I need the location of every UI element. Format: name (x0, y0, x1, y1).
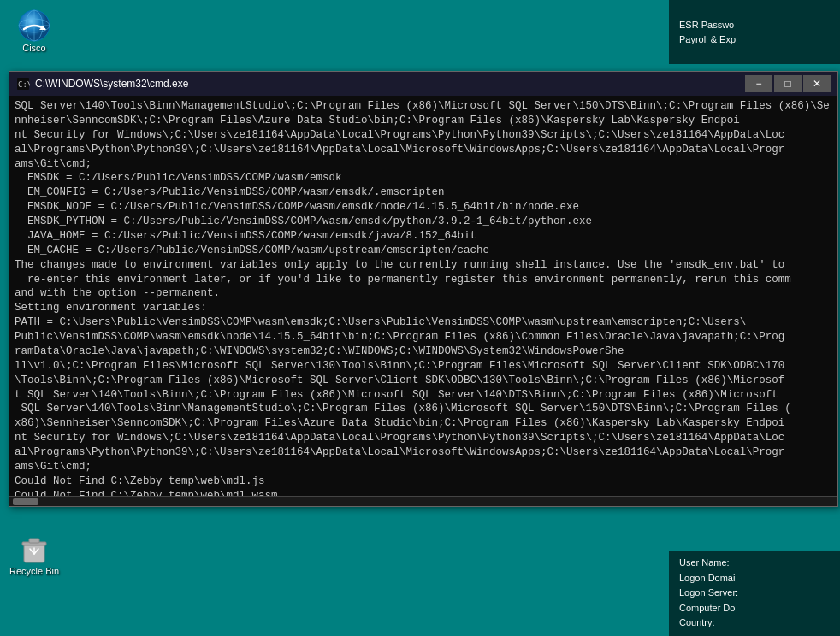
bottom-info-line2: Logon Domai (679, 571, 830, 586)
system-tray: ESR Passwo Payroll & Exp (669, 0, 840, 64)
tray-line1: ESR Passwo (679, 18, 830, 32)
cmd-body[interactable]: SQL Server\140\Tools\Binn\ManagementStud… (9, 96, 837, 496)
recycle-bin-icon-label: Recycle Bin (9, 566, 59, 576)
bottom-info-line3: Logon Server: (679, 586, 830, 601)
cisco-icon-label: Cisco (22, 43, 46, 53)
cmd-scrollbar[interactable] (9, 496, 837, 506)
tray-line2: Payroll & Exp (679, 32, 830, 47)
cmd-scroll-thumb (13, 498, 38, 505)
cmd-maximize-btn[interactable]: □ (774, 75, 802, 92)
cmd-titlebar-buttons: − □ ✕ (745, 75, 831, 92)
cmd-close-btn[interactable]: ✕ (803, 75, 831, 92)
cisco-desktop-icon[interactable]: Cisco (4, 9, 64, 53)
cmd-titlebar-left: C:\ C:\WINDOWS\system32\cmd.exe (16, 77, 188, 91)
recycle-bin-icon-img (17, 532, 51, 566)
cmd-icon: C:\ (16, 77, 30, 91)
svg-text:C:\: C:\ (18, 80, 30, 89)
svg-rect-11 (29, 539, 39, 543)
bottom-info-line1: User Name: (679, 556, 830, 571)
cmd-window: C:\ C:\WINDOWS\system32\cmd.exe − □ ✕ SQ… (9, 71, 838, 507)
recycle-bin-desktop-icon[interactable]: Recycle Bin (4, 532, 64, 576)
cmd-title-text: C:\WINDOWS\system32\cmd.exe (35, 78, 188, 90)
bottom-info-line4: Computer Do (679, 601, 830, 616)
cmd-minimize-btn[interactable]: − (745, 75, 772, 92)
bottom-info-line5: Country: (679, 615, 830, 631)
bottom-info-panel: User Name: Logon Domai Logon Server: Com… (669, 551, 840, 636)
cisco-icon-img (17, 9, 51, 43)
cmd-titlebar: C:\ C:\WINDOWS\system32\cmd.exe − □ ✕ (9, 72, 837, 96)
